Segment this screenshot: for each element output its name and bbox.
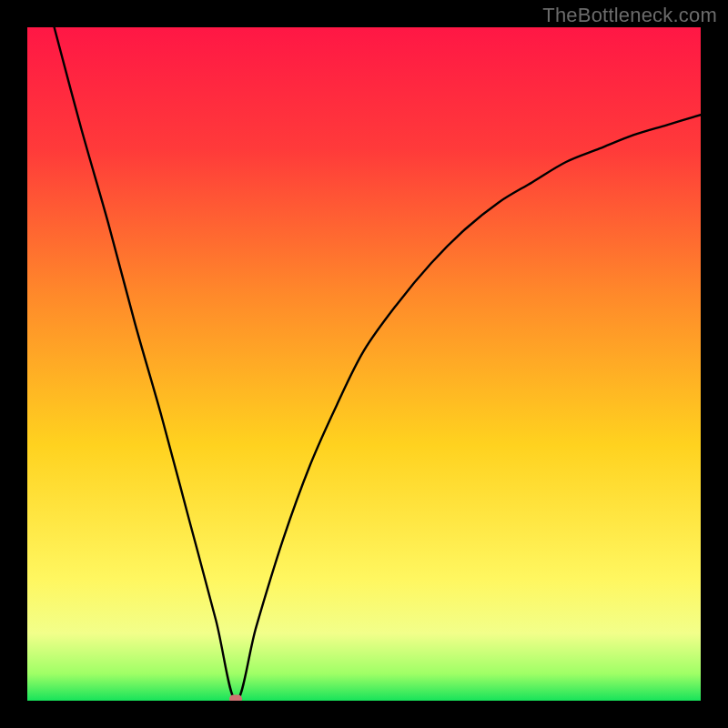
plot-area xyxy=(27,27,701,701)
watermark-text: TheBottleneck.com xyxy=(542,4,717,27)
curve-layer xyxy=(27,27,701,701)
chart-frame: TheBottleneck.com xyxy=(0,0,728,728)
minimum-marker xyxy=(229,695,242,702)
bottleneck-curve xyxy=(55,27,701,701)
